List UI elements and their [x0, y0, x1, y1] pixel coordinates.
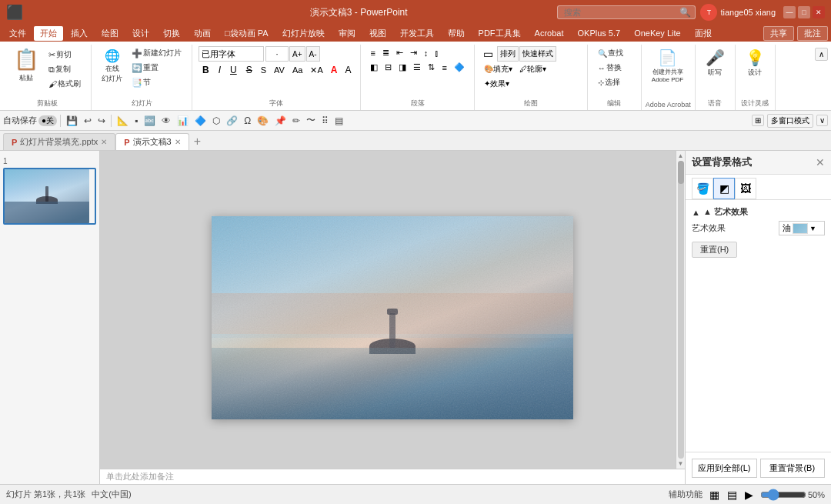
- align-text-button[interactable]: ≡: [439, 62, 449, 74]
- redo-button[interactable]: ↪: [95, 114, 108, 128]
- align-right-button[interactable]: ◨: [395, 61, 409, 74]
- shape-button[interactable]: ▭: [481, 46, 496, 62]
- toolbar-btn4[interactable]: 🔤: [142, 114, 158, 128]
- toolbar-btn8[interactable]: ⬡: [210, 114, 222, 128]
- toolbar-btn13[interactable]: ✏: [290, 114, 302, 128]
- menu-help[interactable]: 帮助: [442, 26, 471, 41]
- menu-review[interactable]: 审阅: [332, 26, 362, 41]
- cut-button[interactable]: ✂ 剪切: [45, 48, 85, 62]
- reset-slide-button[interactable]: 🔄 重置: [128, 61, 185, 75]
- view-slideshow-button[interactable]: ▶: [744, 488, 754, 502]
- decrease-font-button[interactable]: A-: [306, 46, 320, 62]
- dictate-button[interactable]: 🎤 听写: [702, 46, 729, 80]
- menu-view[interactable]: 视图: [363, 26, 392, 41]
- reset-bg-button[interactable]: 重置背景(B): [760, 459, 826, 478]
- menu-report[interactable]: 面报: [689, 26, 718, 41]
- online-slide-button[interactable]: 🌐 在线幻灯片: [98, 46, 126, 86]
- collapse-ribbon-button[interactable]: ∨: [816, 115, 828, 126]
- increase-indent-button[interactable]: ⇥: [407, 46, 420, 59]
- shape-effect-button[interactable]: ✦效果▾: [481, 77, 512, 91]
- decrease-indent-button[interactable]: ⇤: [393, 46, 406, 59]
- menu-home[interactable]: 开始: [34, 26, 63, 41]
- arrange-button[interactable]: 排列: [497, 46, 519, 62]
- search-input[interactable]: [557, 5, 696, 19]
- canvas-scrollbar[interactable]: ▲ ▼: [676, 151, 685, 469]
- panel-tab-image[interactable]: 🖼: [735, 178, 756, 199]
- apply-all-button[interactable]: 应用到全部(L): [692, 459, 757, 478]
- menu-pdf[interactable]: PDF工具集: [472, 26, 527, 41]
- ruler-button[interactable]: 📐: [115, 114, 131, 128]
- toolbar-btn5[interactable]: 👁: [159, 114, 173, 128]
- auto-save-toggle[interactable]: ●关: [38, 115, 57, 126]
- panel-tab-effect[interactable]: ◩: [713, 178, 735, 199]
- list-number-button[interactable]: ≣: [379, 46, 392, 59]
- notes-area[interactable]: 单击此处添加备注: [100, 469, 685, 484]
- share-button[interactable]: 共享: [763, 26, 794, 41]
- underline-button[interactable]: U: [226, 63, 241, 77]
- minimize-button[interactable]: —: [783, 6, 796, 18]
- tab-add-button[interactable]: +: [189, 133, 205, 150]
- tab-close-2[interactable]: ✕: [175, 138, 181, 146]
- toolbar-btn10[interactable]: Ω: [242, 114, 253, 128]
- panel-tab-fill[interactable]: 🪣: [692, 178, 713, 199]
- toolbar-btn14[interactable]: 〜: [304, 112, 318, 129]
- menu-animation[interactable]: 动画: [188, 26, 217, 41]
- slide-thumbnail-1[interactable]: [3, 168, 96, 225]
- shape-outline-button[interactable]: 🖊轮廓▾: [516, 62, 549, 76]
- list-bullet-button[interactable]: ≡: [367, 47, 378, 59]
- char-spacing-button[interactable]: AV: [271, 64, 288, 76]
- toolbar-btn15[interactable]: ⠿: [319, 114, 331, 128]
- menu-insert[interactable]: 插入: [65, 26, 94, 41]
- justify-button[interactable]: ☰: [410, 61, 424, 74]
- design-ideas-button[interactable]: 💡 设计: [742, 46, 769, 80]
- align-center-button[interactable]: ⊟: [382, 61, 395, 74]
- menu-slideshow[interactable]: □袋动画 PA: [219, 26, 275, 41]
- shape-fill-button[interactable]: 🎨填充▾: [481, 62, 516, 76]
- toolbar-btn7[interactable]: 🔷: [192, 114, 209, 128]
- reset-button[interactable]: 重置(H): [692, 242, 737, 258]
- art-effect-dropdown[interactable]: 油 ▼: [779, 221, 825, 235]
- text-direction-button[interactable]: ⇅: [425, 61, 438, 74]
- font-color-button[interactable]: A: [328, 63, 341, 77]
- format-painter-button[interactable]: 🖌 格式刷: [45, 77, 85, 91]
- menu-onekey[interactable]: OneKey Lite: [628, 27, 687, 39]
- toolbar-btn16[interactable]: ▤: [332, 114, 345, 128]
- align-left-button[interactable]: ◧: [367, 61, 381, 74]
- view-slide-button[interactable]: ▤: [726, 488, 738, 502]
- toolbar-btn9[interactable]: 🔗: [224, 114, 240, 128]
- zoom-slider[interactable]: [760, 489, 806, 501]
- undo-button[interactable]: ↩: [82, 114, 94, 128]
- menu-file[interactable]: 文件: [3, 26, 32, 41]
- menu-acrobat[interactable]: Acrobat: [529, 27, 570, 39]
- panel-close-button[interactable]: ✕: [816, 156, 825, 169]
- collapse-panel-button[interactable]: ⊞: [752, 115, 764, 126]
- text-shadow-button[interactable]: S: [258, 64, 269, 76]
- tab-close-1[interactable]: ✕: [101, 138, 107, 146]
- close-button[interactable]: ✕: [813, 6, 825, 18]
- highlight-button[interactable]: A: [342, 63, 354, 77]
- toolbar-btn6[interactable]: 📊: [175, 114, 191, 128]
- multi-window-button[interactable]: 多窗口模式: [767, 114, 813, 128]
- quick-styles-button[interactable]: 快速样式: [519, 46, 556, 62]
- clear-format-button[interactable]: ✕A: [307, 64, 325, 77]
- view-normal-button[interactable]: ▦: [709, 488, 720, 502]
- comment-button[interactable]: 批注: [797, 26, 828, 41]
- menu-design[interactable]: 设计: [126, 26, 155, 41]
- increase-font-button[interactable]: A+: [289, 46, 305, 62]
- font-name-input[interactable]: [199, 46, 264, 62]
- toolbar-btn12[interactable]: 📌: [272, 114, 289, 128]
- bold-button[interactable]: B: [199, 63, 213, 77]
- ribbon-expand-button[interactable]: ∧: [815, 48, 828, 61]
- toolbar-btn11[interactable]: 🎨: [255, 114, 271, 128]
- line-spacing-button[interactable]: ↕: [421, 47, 432, 59]
- toolbar-btn3[interactable]: ▪: [132, 114, 140, 128]
- italic-button[interactable]: I: [215, 63, 225, 77]
- new-slide-button[interactable]: ➕ 新建幻灯片: [128, 46, 185, 60]
- menu-ok[interactable]: OKPlus 5.7: [571, 27, 626, 39]
- menu-slideshow2[interactable]: 幻灯片放映: [276, 26, 331, 41]
- select-button[interactable]: ⊹ 选择: [594, 75, 627, 89]
- slide-canvas[interactable]: [212, 216, 573, 419]
- adobe-pdf-button[interactable]: 📄 创建并共享Adobe PDF: [648, 46, 687, 85]
- menu-draw[interactable]: 绘图: [95, 26, 125, 41]
- replace-button[interactable]: ↔ 替换: [594, 61, 627, 75]
